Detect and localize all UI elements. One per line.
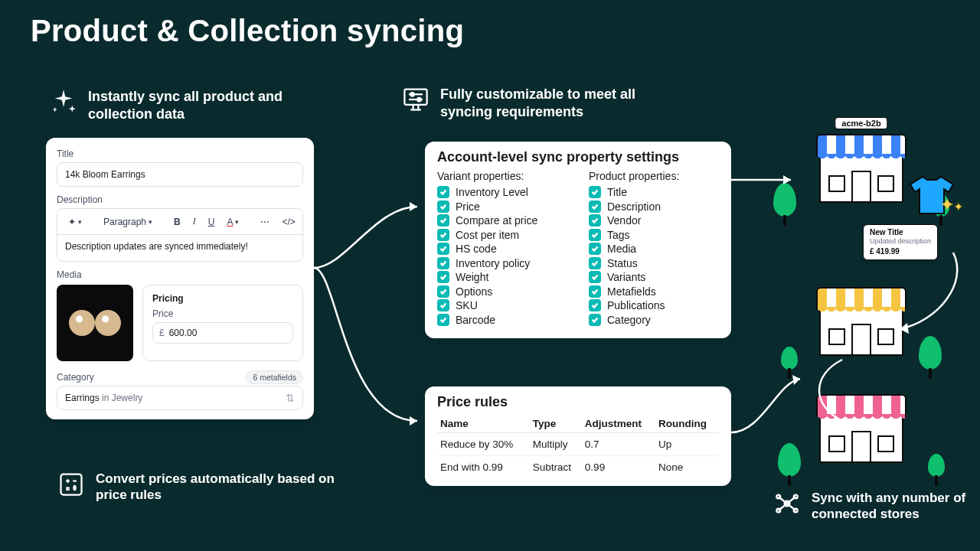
property-item[interactable]: Vendor: [589, 214, 719, 227]
property-label: Description: [607, 201, 661, 213]
store-card: acme-b2b ✦✦ New Title Updated descriptio…: [773, 134, 949, 241]
description-toolbar: ✦▾ Paragraph▾ B I U A▾ ⋯ </>: [57, 209, 302, 235]
checkbox-icon[interactable]: [589, 271, 601, 283]
price-rules-table: NameTypeAdjustmentRounding Reduce by 30%…: [437, 415, 719, 478]
svg-line-22: [779, 497, 787, 504]
table-row[interactable]: Reduce by 30%Multiply0.7Up: [437, 433, 719, 456]
price-input[interactable]: £ 600.00: [152, 322, 293, 344]
variant-props-heading: Variant properties:: [437, 170, 567, 182]
sparkle-icon: ✦✦: [940, 195, 963, 215]
category-select[interactable]: Earrings in Jewelry ⇅: [57, 386, 303, 410]
checkbox-icon[interactable]: [437, 285, 449, 298]
text-color-button[interactable]: A▾: [222, 214, 243, 230]
table-cell: 0.7: [582, 433, 655, 456]
synced-product-price: £ 419.99: [870, 247, 931, 256]
chevron-updown-icon: ⇅: [286, 393, 295, 403]
price-rules-header-row: NameTypeAdjustmentRounding: [437, 415, 719, 433]
checkbox-icon[interactable]: [589, 299, 601, 311]
storefront-icon: [819, 134, 903, 203]
property-item[interactable]: Metafields: [589, 285, 719, 298]
flow-arrow: [314, 268, 429, 436]
property-item[interactable]: Category: [589, 314, 719, 326]
property-item[interactable]: SKU: [437, 299, 567, 311]
property-item[interactable]: Variants: [589, 271, 719, 283]
checkbox-icon[interactable]: [589, 186, 601, 198]
code-view-button[interactable]: </>: [277, 214, 299, 230]
table-header: Name: [437, 415, 530, 433]
property-item[interactable]: Inventory Level: [437, 186, 567, 198]
property-label: Inventory policy: [456, 257, 530, 269]
synced-product-card: New Title Updated description £ 419.99: [863, 224, 938, 260]
checkbox-icon[interactable]: [437, 201, 449, 213]
checkbox-icon[interactable]: [437, 314, 449, 326]
synced-product-title: New Title: [870, 228, 931, 237]
variant-props-list: Inventory LevelPriceCompare at priceCost…: [437, 186, 567, 326]
property-item[interactable]: Price: [437, 201, 567, 213]
property-item[interactable]: Media: [589, 243, 719, 255]
property-item[interactable]: Weight: [437, 271, 567, 283]
checkbox-icon[interactable]: [589, 214, 601, 227]
property-item[interactable]: Status: [589, 257, 719, 269]
property-label: Publications: [607, 299, 665, 311]
feature-customizable-text: Fully customizable to meet all syncing r…: [440, 86, 670, 120]
table-header: Type: [530, 415, 582, 433]
table-row[interactable]: End with 0.99Subtract0.99None: [437, 456, 719, 479]
checkbox-icon[interactable]: [589, 257, 601, 269]
property-item[interactable]: Title: [589, 186, 719, 198]
category-label: Category: [57, 372, 94, 383]
description-textarea[interactable]: Description updates are synced immediate…: [57, 235, 302, 261]
underline-button[interactable]: U: [204, 214, 220, 230]
description-label: Description: [57, 194, 303, 205]
italic-button[interactable]: I: [188, 214, 201, 230]
feature-multi-store-text: Sync with any number of connected stores: [812, 490, 980, 523]
checkbox-icon[interactable]: [437, 186, 449, 198]
checkbox-icon[interactable]: [437, 271, 449, 283]
checkbox-icon[interactable]: [437, 257, 449, 269]
product-image-thumbnail[interactable]: [57, 285, 133, 361]
property-item[interactable]: Cost per item: [437, 229, 567, 241]
property-item[interactable]: Compare at price: [437, 214, 567, 227]
property-label: Variants: [607, 271, 645, 283]
property-label: Tags: [607, 229, 630, 241]
account-sync-settings-panel: Account-level sync property settings Var…: [425, 142, 731, 338]
description-editor: ✦▾ Paragraph▾ B I U A▾ ⋯ </> Description…: [57, 208, 303, 262]
property-item[interactable]: Options: [437, 285, 567, 298]
svg-point-2: [410, 93, 414, 96]
sparkle-icon: [50, 88, 77, 116]
store-card: [773, 287, 949, 394]
more-formatting-button[interactable]: ⋯: [256, 214, 274, 230]
flow-arrow: [314, 191, 429, 268]
product-props-heading: Product properties:: [589, 170, 719, 182]
metafields-badge[interactable]: 6 metafields: [246, 370, 303, 384]
paragraph-style-select[interactable]: Paragraph▾: [99, 214, 157, 230]
svg-rect-8: [61, 474, 82, 495]
checkbox-icon[interactable]: [437, 243, 449, 255]
property-item[interactable]: Publications: [589, 299, 719, 311]
checkbox-icon[interactable]: [589, 201, 601, 213]
table-cell: Up: [655, 433, 719, 456]
synced-product-subtitle: Updated description: [870, 237, 931, 246]
property-item[interactable]: Inventory policy: [437, 257, 567, 269]
checkbox-icon[interactable]: [589, 285, 601, 298]
table-cell: Reduce by 30%: [437, 433, 530, 456]
svg-line-25: [787, 504, 795, 510]
checkbox-icon[interactable]: [437, 299, 449, 311]
property-item[interactable]: Description: [589, 201, 719, 213]
property-item[interactable]: Tags: [589, 229, 719, 241]
checkbox-icon[interactable]: [437, 229, 449, 241]
svg-marker-26: [410, 202, 417, 211]
checkbox-icon[interactable]: [589, 243, 601, 255]
svg-marker-27: [410, 416, 417, 425]
checkbox-icon[interactable]: [437, 214, 449, 227]
checkbox-icon[interactable]: [589, 229, 601, 241]
media-label: Media: [57, 269, 303, 280]
storefront-icon: [819, 394, 903, 463]
product-title-input[interactable]: [57, 162, 303, 187]
checkbox-icon[interactable]: [589, 314, 601, 326]
property-item[interactable]: HS code: [437, 243, 567, 255]
property-item[interactable]: Barcode: [437, 314, 567, 326]
svg-point-4: [417, 98, 421, 102]
bold-button[interactable]: B: [169, 214, 185, 230]
property-label: Vendor: [607, 214, 641, 227]
ai-icon[interactable]: ✦▾: [64, 214, 87, 230]
